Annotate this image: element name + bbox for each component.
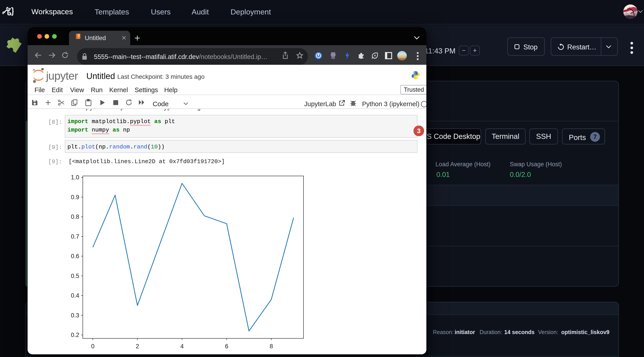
svg-text:0.6: 0.6: [71, 253, 79, 260]
svg-text:0.4: 0.4: [71, 292, 79, 299]
svg-text:0.5: 0.5: [71, 273, 79, 279]
svg-text:0.8: 0.8: [71, 214, 79, 220]
svg-text:0.7: 0.7: [71, 233, 79, 240]
svg-text:0: 0: [91, 343, 94, 350]
svg-text:1.0: 1.0: [71, 174, 79, 181]
svg-text:0.3: 0.3: [71, 312, 79, 319]
svg-text:0.9: 0.9: [71, 194, 79, 200]
svg-text:0.2: 0.2: [71, 332, 79, 338]
svg-text:6: 6: [225, 343, 228, 350]
svg-text:8: 8: [270, 343, 273, 350]
svg-text:2: 2: [136, 343, 139, 350]
svg-text:4: 4: [180, 343, 184, 350]
